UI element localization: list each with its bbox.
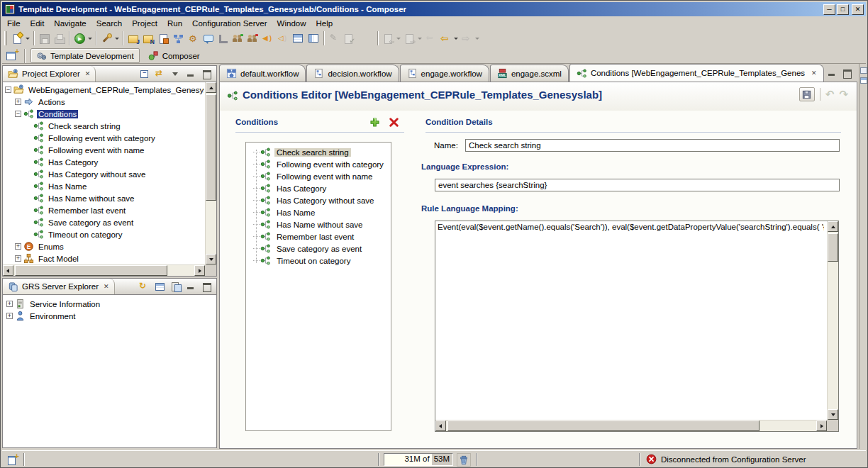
expando-plus-icon[interactable]: + (6, 301, 13, 307)
new-block-button[interactable] (216, 30, 230, 46)
perspective-tab-composer[interactable]: Composer (143, 48, 206, 63)
condition-item-following-event-with-name[interactable]: Following event with name (246, 170, 391, 182)
condition-item-remember-last-event[interactable]: Remember last event (246, 230, 391, 243)
editor-tab-engage-workflow[interactable]: engage.workflow (400, 65, 489, 82)
expando-minus-icon[interactable]: − (15, 111, 21, 117)
maximize-view-button[interactable] (201, 68, 213, 79)
menu-file[interactable]: File (2, 18, 26, 28)
scroll-up-button[interactable] (828, 221, 838, 232)
menu-help[interactable]: Help (311, 18, 338, 28)
vertical-scrollbar[interactable] (205, 82, 216, 264)
condition-item-has-name[interactable]: Has Name (246, 206, 391, 218)
close-window-button[interactable]: ✕ (852, 4, 864, 15)
server-details-button[interactable] (170, 281, 182, 292)
close-tab-icon[interactable]: ✕ (811, 69, 817, 77)
expando-plus-icon[interactable]: + (15, 243, 21, 250)
external-tools-button[interactable] (99, 30, 121, 46)
editor-tab-decision-workflow[interactable]: decision.workflow (306, 65, 399, 82)
project-tree-item-save-category-as-event[interactable]: Save category as event (3, 216, 204, 228)
collapse-all-button[interactable] (139, 68, 150, 79)
menu-window[interactable]: Window (272, 18, 311, 28)
condition-item-save-category-as-event[interactable]: Save category as event (246, 243, 391, 255)
project-tree-item-following-event-with-category[interactable]: Following event with category (3, 132, 204, 144)
scroll-down-button[interactable] (828, 409, 838, 420)
scroll-left-button[interactable] (435, 420, 446, 431)
minimized-view-icon-2[interactable] (860, 77, 867, 84)
expando-minus-icon[interactable]: − (5, 87, 11, 93)
scrollbar-thumb[interactable] (447, 420, 760, 431)
new-button[interactable] (10, 30, 31, 46)
link-with-editor-button[interactable] (155, 68, 166, 79)
horizontal-scrollbar[interactable] (3, 264, 205, 276)
minimize-view-button[interactable] (186, 281, 197, 292)
new-workflow-diagram-button[interactable] (171, 30, 186, 46)
menu-search[interactable]: Search (91, 18, 127, 28)
rule-language-mapping-text[interactable]: Event(eval($event.getName().equals('Sear… (438, 223, 824, 231)
close-view-icon[interactable]: ✕ (102, 283, 109, 290)
dropdown-arrow-icon[interactable] (475, 38, 479, 40)
editor-tab-conditions-webengagement-ceprule-templates-genes[interactable]: Conditions [WebEngagement_CEPRule_Templa… (569, 64, 824, 82)
redo-button[interactable]: ↷ (839, 88, 848, 101)
maximize-view-button[interactable] (201, 281, 213, 292)
maximize-window-button[interactable]: □ (837, 4, 849, 15)
audio-left-button[interactable] (275, 30, 290, 46)
refresh-button[interactable] (138, 281, 150, 292)
back-small-button[interactable] (423, 30, 438, 46)
project-tree-item-has-category-without-save[interactable]: Has Category without save (3, 168, 204, 180)
add-condition-button[interactable] (369, 116, 381, 128)
run-garbage-collector-button[interactable] (457, 453, 471, 467)
save-button[interactable] (37, 30, 52, 46)
scrollbar-thumb[interactable] (828, 233, 838, 262)
delete-condition-button[interactable] (388, 116, 400, 128)
previous-edit-location-button[interactable] (381, 30, 402, 46)
dropdown-arrow-icon[interactable] (88, 38, 92, 40)
menu-navigate[interactable]: Navigate (49, 18, 91, 28)
menu-run[interactable]: Run (162, 18, 187, 28)
scroll-down-button[interactable] (206, 254, 216, 264)
scrollbar-thumb[interactable] (15, 265, 167, 276)
list-view-button[interactable] (306, 30, 321, 46)
menu-project[interactable]: Project (127, 18, 162, 28)
project-tree-item-fact-model[interactable]: +Fact Model (3, 252, 204, 264)
scroll-up-button[interactable] (206, 82, 216, 93)
condition-item-has-category-without-save[interactable]: Has Category without save (246, 194, 391, 206)
close-view-icon[interactable]: ✕ (84, 70, 91, 77)
expando-plus-icon[interactable]: + (6, 313, 13, 319)
audio-right-button[interactable] (260, 30, 275, 46)
run-button[interactable] (72, 30, 94, 46)
new-dotnet-composer-project-button[interactable] (141, 30, 156, 46)
scroll-right-button[interactable] (816, 420, 827, 431)
name-input[interactable] (465, 139, 840, 152)
toolbar-grip[interactable] (4, 31, 7, 45)
routing-table-button[interactable] (290, 30, 306, 46)
minimize-editor-button[interactable] (827, 67, 838, 79)
perspective-tab-template-development[interactable]: Template Development (30, 48, 140, 63)
project-tree-item-following-event-with-name[interactable]: Following event with name (3, 144, 204, 156)
grs-tree-item-environment[interactable]: +Environment (3, 310, 216, 322)
project-tree-item-check-search-string[interactable]: Check search string (3, 120, 204, 132)
scroll-right-button[interactable] (194, 265, 205, 276)
dropdown-arrow-icon[interactable] (26, 38, 30, 40)
project-tree-item-timeout-on-category[interactable]: Timeout on category (3, 228, 204, 240)
new-java-composer-project-button[interactable] (126, 30, 141, 46)
new-callflow-button[interactable] (201, 30, 216, 46)
new-workflow-button[interactable] (156, 30, 171, 46)
condition-item-following-event-with-category[interactable]: Following event with category (246, 158, 391, 170)
condition-item-has-name-without-save[interactable]: Has Name without save (246, 218, 391, 230)
condition-item-has-category[interactable]: Has Category (246, 182, 391, 194)
condition-item-timeout-on-category[interactable]: Timeout on category (246, 255, 391, 267)
view-menu-button[interactable] (170, 68, 182, 79)
project-tree-item-conditions[interactable]: −Conditions (3, 108, 204, 120)
menu-configuration-server[interactable]: Configuration Server (187, 18, 272, 28)
back-button[interactable] (438, 30, 460, 46)
project-tree-item-webengagement-ceprule-templates-genesysl[interactable]: −WebEngagement_CEPRule_Templates_Genesys… (3, 84, 204, 96)
code-generation-button[interactable] (186, 30, 201, 46)
title-bar[interactable]: Template Development - WebEngagement_CEP… (2, 2, 866, 16)
scrollbar-thumb[interactable] (206, 94, 216, 201)
horizontal-scrollbar[interactable] (435, 420, 827, 431)
rule-language-mapping-box[interactable]: Event(eval($event.getName().equals('Sear… (435, 221, 839, 432)
table-view-button[interactable] (155, 283, 165, 291)
minimize-view-button[interactable] (186, 68, 197, 79)
editor-tab-default-workflow[interactable]: default.workflow (219, 65, 306, 82)
dropdown-arrow-icon[interactable] (454, 38, 458, 40)
